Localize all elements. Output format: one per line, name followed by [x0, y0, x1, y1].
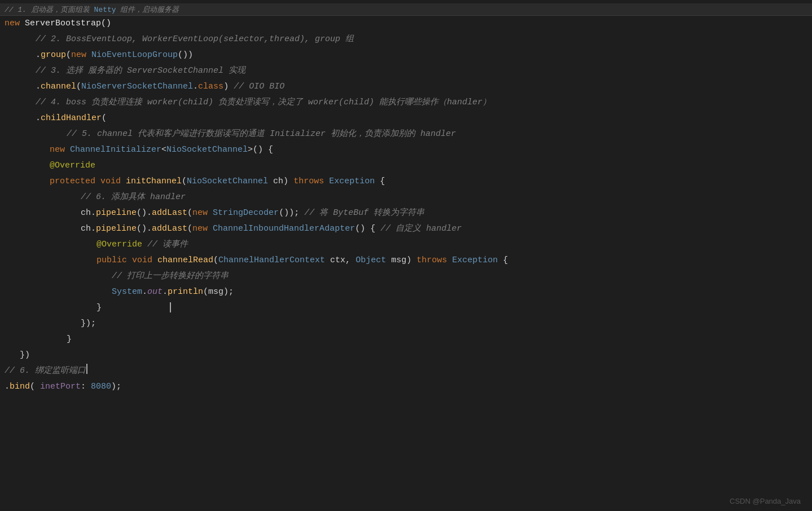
close-brace-channelread: }: [5, 301, 102, 315]
close-initchannel: }: [5, 332, 72, 347]
code-line: public void channelRead(ChannelHandlerCo…: [5, 253, 812, 268]
code-container: // 1. 启动器，页面组装 Netty 组件，启动服务器 new Server…: [0, 0, 812, 511]
method-channelread: public void channelRead(ChannelHandlerCo…: [5, 253, 508, 268]
code-line: ch.pipeline().addLast(new ChannelInbound…: [5, 221, 812, 237]
code-line: // 2. BossEventLoop, WorkerEventLoop(sel…: [5, 32, 812, 47]
method-bind: .bind( inetPort: 8080);: [5, 380, 121, 394]
code-line: new ServerBootstrap(): [5, 16, 812, 32]
code-line: // 6. 添加具体 handler: [5, 190, 812, 205]
code-line: // 3. 选择 服务器的 ServerSocketChannel 实现: [5, 63, 812, 79]
method-channel: .channel(NioServerSocketChannel.class) /…: [5, 80, 284, 94]
code-line: // 6. 绑定监听端口: [5, 363, 812, 379]
code-line: .channel(NioServerSocketChannel.class) /…: [5, 79, 812, 95]
code-line: });: [5, 316, 812, 332]
top-bar-comment: // 1. 启动器，页面组装 Netty 组件，启动服务器: [5, 5, 179, 15]
comment-print: // 打印上一步转换好的字符串: [5, 269, 229, 284]
method-initchannel: protected void initChannel(NioSocketChan…: [5, 174, 385, 189]
code-line: // 打印上一步转换好的字符串: [5, 268, 812, 284]
method-group: .group(new NioEventLoopGroup()): [5, 48, 193, 63]
top-bar: // 1. 启动器，页面组装 Netty 组件，启动服务器: [0, 3, 812, 16]
comment-line6: // 4. boss 负责处理连接 worker(child) 负责处理读写，决…: [5, 95, 491, 110]
cursor-position: [102, 301, 171, 315]
keyword-new: new: [5, 16, 25, 31]
watermark: CSDN @Panda_Java: [730, 497, 801, 505]
close-channelinbound: });: [5, 316, 96, 331]
comment-line12: // 6. 添加具体 handler: [5, 190, 186, 205]
code-line: .bind( inetPort: 8080);: [5, 379, 812, 395]
code-line: @Override // 读事件: [5, 237, 812, 253]
comment-bind: // 6. 绑定监听端口: [5, 364, 86, 378]
class-name: ServerBootstrap(): [25, 16, 111, 31]
method-childhandler: .childHandler(: [5, 111, 107, 126]
comment-line4: // 3. 选择 服务器的 ServerSocketChannel 实现: [5, 64, 245, 78]
code-line: }: [5, 332, 812, 347]
comment-line2: // 2. BossEventLoop, WorkerEventLoop(sel…: [5, 32, 354, 47]
code-line: }: [5, 300, 812, 316]
comment-line8: // 5. channel 代表和客户端进行数据读写的通道 Initialize…: [5, 127, 456, 142]
code-line: System.out.println(msg);: [5, 284, 812, 300]
new-channelinitializer: new ChannelInitializer<NioSocketChannel>…: [5, 143, 273, 157]
code-line: }): [5, 347, 812, 363]
code-block: new ServerBootstrap() // 2. BossEventLoo…: [0, 16, 812, 395]
annotation-override-1: @Override: [5, 158, 95, 173]
code-line: new ChannelInitializer<NioSocketChannel>…: [5, 142, 812, 158]
code-line: ch.pipeline().addLast(new StringDecoder(…: [5, 205, 812, 221]
annotation-override-2: @Override // 读事件: [5, 237, 188, 252]
system-println: System.out.println(msg);: [5, 285, 234, 299]
code-line: @Override: [5, 158, 812, 174]
code-line: protected void initChannel(NioSocketChan…: [5, 174, 812, 190]
close-childhandler: }): [5, 348, 30, 363]
pipeline-stringdecoder: ch.pipeline().addLast(new StringDecoder(…: [5, 206, 424, 221]
code-line: // 4. boss 负责处理连接 worker(child) 负责处理读写，决…: [5, 95, 812, 111]
code-line: .group(new NioEventLoopGroup()): [5, 47, 812, 63]
code-line: // 5. channel 代表和客户端进行数据读写的通道 Initialize…: [5, 126, 812, 142]
cursor-bind: [86, 364, 87, 374]
pipeline-channelinbound: ch.pipeline().addLast(new ChannelInbound…: [5, 222, 462, 236]
code-line: .childHandler(: [5, 111, 812, 126]
